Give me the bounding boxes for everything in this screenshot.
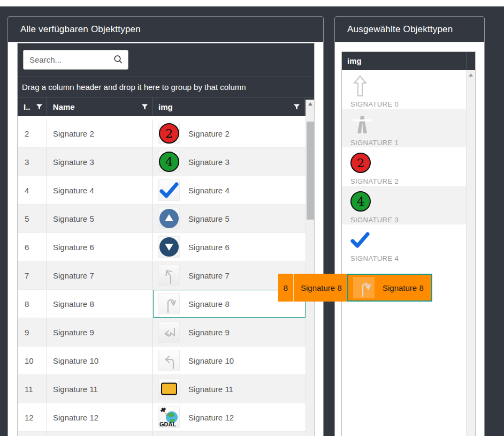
motorway-icon: [350, 114, 374, 135]
group-drop-area[interactable]: Drag a column header and drop it here to…: [18, 77, 314, 97]
cell-id: 13: [18, 432, 47, 436]
drag-cell-name: Signature 8: [294, 274, 347, 302]
grid-toolbar: [18, 43, 314, 77]
available-objects-grid: Drag a column header and drop it here to…: [17, 43, 315, 436]
cell-img[interactable]: Signature 11: [153, 375, 306, 403]
filter-icon[interactable]: [293, 103, 300, 110]
grid-header-row: I.. Name img: [18, 97, 314, 116]
cell-id: 8: [18, 290, 47, 318]
column-header-img[interactable]: img: [152, 97, 304, 116]
cell-name: Signature 4: [47, 176, 153, 204]
filter-icon[interactable]: [36, 103, 43, 110]
selected-object-types-panel: Ausgewählte Objekttypen img SIGNATURE 0 …: [334, 16, 485, 436]
table-row[interactable]: 4 Signature 4 Signature 4: [18, 176, 306, 205]
cell-id: 6: [18, 233, 47, 261]
arrow-up-outline-icon: [350, 72, 475, 100]
scrollbar-thumb[interactable]: [307, 122, 314, 220]
cell-id: 4: [18, 176, 47, 204]
table-row[interactable]: 2 Signature 2 2 Signature 2: [18, 119, 306, 148]
cell-img[interactable]: Signature 4: [153, 176, 306, 204]
table-row[interactable]: 10 Signature 10 Signature 10: [18, 347, 306, 375]
list-vertical-scrollbar[interactable]: [466, 70, 475, 436]
cell-img[interactable]: GDAL Signature 13: [153, 432, 306, 436]
gdal-globe-icon: GDAL: [158, 407, 180, 428]
cell-name: Signature 3: [47, 148, 153, 176]
check-blue-icon: [158, 179, 180, 201]
cell-id: 10: [18, 347, 47, 374]
list-header-img: img: [342, 52, 475, 70]
grid-vertical-scrollbar[interactable]: [306, 100, 314, 436]
table-row[interactable]: 8 Signature 8 Signature 8: [18, 290, 306, 318]
check-blue-icon: [350, 231, 370, 249]
arrow-bear-left-icon: [158, 265, 180, 286]
cell-name: Signature 11: [47, 375, 153, 403]
cell-img[interactable]: GDAL Signature 12: [153, 403, 306, 431]
arrow-up-outline-icon: [350, 74, 370, 97]
arrow-loop-right-icon: [158, 293, 180, 314]
cell-name: Signature 6: [47, 233, 153, 261]
table-row[interactable]: 6 Signature 6 Signature 6: [18, 233, 306, 261]
scroll-up-icon[interactable]: [469, 73, 473, 77]
column-header-id[interactable]: I..: [18, 97, 47, 116]
list-item[interactable]: 2 SIGNATURE 2: [342, 147, 475, 186]
table-row[interactable]: 11 Signature 11 Signature 11: [18, 375, 306, 403]
cell-img[interactable]: Signature 5: [153, 205, 306, 232]
filter-icon[interactable]: [141, 103, 148, 110]
arrow-loop-right-icon: [158, 293, 180, 314]
cell-img[interactable]: Signature 6: [153, 233, 306, 261]
cell-id: 7: [18, 261, 47, 289]
check-blue-icon: [350, 226, 475, 254]
table-row[interactable]: 7 Signature 7 Signature 7: [18, 261, 306, 290]
table-row[interactable]: 13 Signature 13 GDAL Signature 13: [18, 432, 306, 436]
scroll-up-icon[interactable]: [308, 102, 312, 106]
cell-img[interactable]: Signature 9: [153, 318, 306, 346]
list-item[interactable]: SIGNATURE 0: [342, 70, 475, 109]
cell-img[interactable]: Signature 10: [153, 347, 306, 374]
arrow-loop-right-icon: [353, 277, 375, 298]
cell-id: 12: [18, 403, 47, 431]
drag-preview-row[interactable]: 8 Signature 8 Signature 8: [278, 274, 432, 302]
search-icon[interactable]: [113, 54, 124, 65]
search-box: [23, 50, 128, 70]
cell-name: Signature 5: [47, 205, 153, 232]
arrow-turn-left-icon: [158, 350, 180, 371]
selected-panel-title: Ausgewählte Objekttypen: [335, 17, 484, 42]
table-row[interactable]: 12 Signature 12 GDAL Signature 12: [18, 403, 306, 432]
table-row[interactable]: 5 Signature 5 Signature 5: [18, 205, 306, 233]
list-item[interactable]: 4 SIGNATURE 3: [342, 186, 475, 224]
gdal-globe-icon: GDAL: [158, 407, 180, 428]
list-item[interactable]: SIGNATURE 4: [342, 224, 475, 263]
drag-img-label: Signature 8: [383, 283, 424, 292]
arrow-loop-right-icon: [353, 277, 375, 298]
list-item[interactable]: SIGNATURE 1: [342, 109, 475, 147]
circle-2-red-icon: 2: [158, 123, 180, 144]
circle-2-red-icon: 2: [350, 149, 475, 177]
circle-2-red-icon: 2: [159, 123, 179, 144]
cell-id: 2: [18, 119, 47, 147]
circle-triangle-up-icon: [158, 208, 180, 229]
table-row[interactable]: 3 Signature 3 4 Signature 3: [18, 148, 306, 176]
column-header-name[interactable]: Name: [47, 97, 152, 116]
cell-img[interactable]: 2 Signature 2: [153, 119, 306, 147]
cell-name: Signature 10: [47, 347, 153, 374]
object-type-picker-window: Alle verfügbaren Objekttypen Drag a colu…: [0, 0, 504, 436]
cell-name: Signature 9: [47, 318, 153, 346]
cell-name: Signature 2: [47, 119, 153, 147]
arrow-merge-left-icon: [158, 321, 180, 343]
circle-4-green-icon: 4: [350, 191, 371, 212]
rect-yellow-icon: [158, 378, 180, 400]
cell-name: Signature 7: [47, 261, 153, 289]
circle-triangle-down-icon: [159, 237, 179, 257]
circle-4-green-icon: 4: [159, 152, 179, 172]
available-panel-title: Alle verfügbaren Objekttypen: [8, 17, 323, 42]
table-row[interactable]: 9 Signature 9 Signature 9: [18, 318, 306, 347]
cell-name: Signature 12: [47, 403, 153, 431]
grid-body: 2 Signature 2 2 Signature 2 3 Signature …: [18, 116, 314, 436]
cell-img[interactable]: 4 Signature 3: [153, 148, 306, 176]
circle-4-green-icon: 4: [158, 151, 180, 172]
arrow-turn-left-icon: [158, 350, 180, 371]
cell-id: 9: [18, 318, 47, 346]
drag-cell-id: 8: [278, 274, 294, 302]
check-blue-icon: [159, 182, 179, 199]
circle-4-green-icon: 4: [350, 187, 475, 215]
